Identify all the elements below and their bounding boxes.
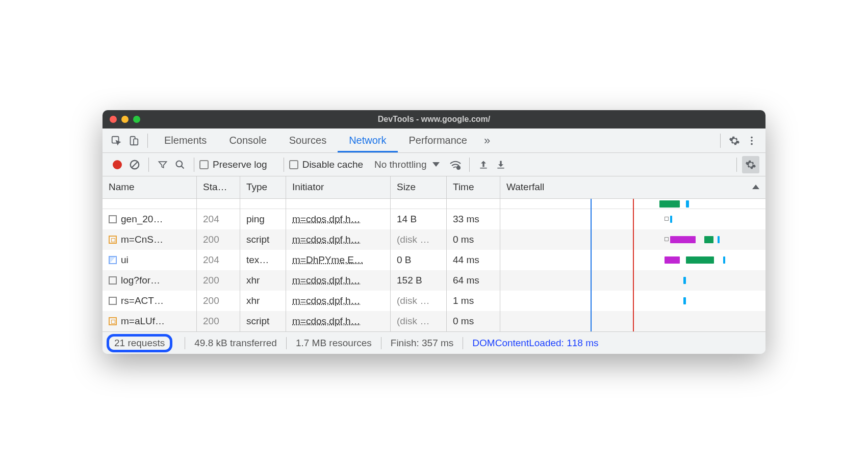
kebab-menu-icon[interactable] [743, 132, 760, 149]
more-tabs-icon[interactable]: » [478, 132, 496, 149]
table-body: gen_20… 204 ping m=cdos,dpf,h… 14 B 33 m… [103, 209, 765, 331]
waterfall-cell [500, 250, 765, 270]
network-conditions-icon[interactable] [447, 156, 464, 173]
svg-rect-11 [480, 167, 487, 168]
request-type: tex… [240, 250, 286, 270]
file-type-icon [109, 297, 117, 305]
request-name: rs=ACT… [121, 295, 164, 306]
disable-cache-label: Disable cache [302, 159, 363, 170]
status-resources: 1.7 MB resources [296, 338, 372, 349]
table-header-row: Name Sta… Type Initiator Size Time Water… [103, 176, 765, 199]
settings-gear-icon[interactable] [726, 132, 743, 149]
waterfall-cell [500, 229, 765, 250]
file-type-icon [109, 215, 117, 223]
column-name[interactable]: Name [103, 176, 197, 198]
request-size: 152 B [391, 270, 447, 291]
request-size: (disk … [391, 311, 447, 331]
request-time: 1 ms [447, 291, 500, 311]
clear-icon[interactable] [126, 156, 143, 173]
network-table: Name Sta… Type Initiator Size Time Water… [103, 176, 765, 331]
request-name: ui [121, 254, 129, 266]
waterfall-cell [500, 270, 765, 291]
table-row[interactable]: gen_20… 204 ping m=cdos,dpf,h… 14 B 33 m… [103, 209, 765, 229]
request-initiator[interactable]: m=cdos,dpf,h… [292, 214, 361, 225]
devtools-window: DevTools - www.google.com/ Elements Cons… [103, 110, 765, 354]
request-initiator[interactable]: m=cdos,dpf,h… [292, 234, 361, 245]
request-initiator[interactable]: m=cdos,dpf,h… [292, 316, 361, 327]
request-status: 204 [197, 250, 240, 270]
svg-point-10 [457, 166, 460, 169]
file-type-icon [109, 317, 117, 325]
tab-performance[interactable]: Performance [398, 128, 479, 152]
table-row[interactable]: m=aLUf… 200 script m=cdos,dpf,h… (disk …… [103, 311, 765, 331]
chevron-down-icon [432, 162, 440, 167]
svg-line-9 [182, 166, 184, 168]
search-icon[interactable] [171, 156, 189, 173]
request-size: 14 B [391, 209, 447, 229]
waterfall-cell [500, 291, 765, 311]
file-type-icon [109, 256, 117, 264]
column-waterfall[interactable]: Waterfall [500, 176, 765, 198]
download-har-icon[interactable] [492, 156, 509, 173]
tab-elements[interactable]: Elements [153, 128, 218, 152]
svg-point-8 [176, 161, 183, 167]
request-status: 204 [197, 209, 240, 229]
status-requests: 21 requests [107, 334, 172, 352]
waterfall-cell [500, 311, 765, 331]
request-type: xhr [240, 291, 286, 311]
tab-sources[interactable]: Sources [278, 128, 338, 152]
disable-cache-checkbox[interactable]: Disable cache [289, 159, 363, 170]
request-status: 200 [197, 229, 240, 250]
column-size[interactable]: Size [391, 176, 447, 198]
window-title: DevTools - www.google.com/ [103, 115, 765, 124]
request-type: script [240, 311, 286, 331]
column-type[interactable]: Type [240, 176, 286, 198]
status-bar: 21 requests 49.8 kB transferred 1.7 MB r… [103, 331, 765, 354]
request-status: 200 [197, 291, 240, 311]
waterfall-overview [103, 199, 765, 209]
request-name: m=aLUf… [121, 316, 165, 327]
svg-point-5 [751, 143, 753, 145]
titlebar: DevTools - www.google.com/ [103, 110, 765, 128]
request-size: (disk … [391, 291, 447, 311]
request-name: m=CnS… [121, 234, 163, 245]
preserve-log-checkbox[interactable]: Preserve log [199, 159, 267, 170]
throttling-dropdown[interactable]: No throttling [374, 159, 440, 170]
column-initiator[interactable]: Initiator [286, 176, 391, 198]
column-time[interactable]: Time [447, 176, 500, 198]
column-status[interactable]: Sta… [197, 176, 240, 198]
table-row[interactable]: log?for… 200 xhr m=cdos,dpf,h… 152 B 64 … [103, 270, 765, 291]
waterfall-cell [500, 209, 765, 229]
table-row[interactable]: rs=ACT… 200 xhr m=cdos,dpf,h… (disk … 1 … [103, 291, 765, 311]
request-type: ping [240, 209, 286, 229]
request-name: gen_20… [121, 214, 163, 225]
status-finish: Finish: 357 ms [391, 338, 454, 349]
main-tabs-bar: Elements Console Sources Network Perform… [103, 128, 765, 153]
status-domcontentloaded: DOMContentLoaded: 118 ms [472, 338, 598, 349]
request-initiator[interactable]: m=cdos,dpf,h… [292, 295, 361, 306]
svg-point-3 [751, 136, 753, 138]
svg-line-7 [132, 162, 138, 167]
table-row[interactable]: m=CnS… 200 script m=cdos,dpf,h… (disk … … [103, 229, 765, 250]
record-button[interactable] [109, 156, 126, 173]
status-transferred: 49.8 kB transferred [194, 338, 277, 349]
tab-network[interactable]: Network [338, 128, 397, 152]
filter-icon[interactable] [154, 156, 171, 173]
upload-har-icon[interactable] [475, 156, 492, 173]
request-status: 200 [197, 311, 240, 331]
svg-point-4 [751, 140, 753, 142]
tab-console[interactable]: Console [218, 128, 277, 152]
device-toolbar-icon[interactable] [125, 132, 142, 149]
request-initiator[interactable]: m=cdos,dpf,h… [292, 275, 361, 286]
table-row[interactable]: ui 204 tex… m=DhPYme,E… 0 B 44 ms [103, 250, 765, 270]
sort-ascending-icon [752, 185, 759, 189]
file-type-icon [109, 236, 117, 244]
request-time: 64 ms [447, 270, 500, 291]
network-settings-gear-icon[interactable] [742, 156, 759, 173]
request-name: log?for… [121, 275, 160, 286]
inspect-element-icon[interactable] [108, 132, 125, 149]
svg-rect-2 [134, 139, 138, 145]
file-type-icon [109, 276, 117, 285]
request-status: 200 [197, 270, 240, 291]
request-initiator[interactable]: m=DhPYme,E… [292, 254, 364, 266]
